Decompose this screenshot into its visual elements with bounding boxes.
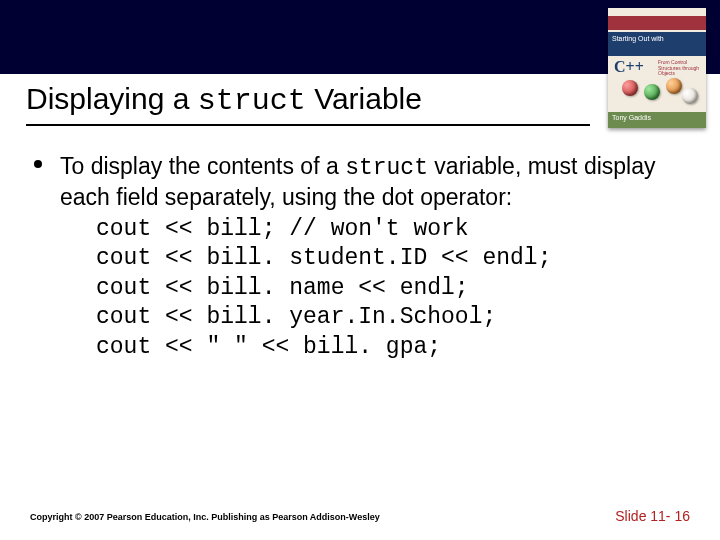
- slide-body: To display the contents of a struct vari…: [34, 152, 686, 362]
- book-series-title: Starting Out with: [608, 32, 706, 56]
- para-code-keyword: struct: [345, 155, 428, 181]
- book-cover-thumbnail: Starting Out with C++ From Control Struc…: [608, 8, 706, 128]
- code-line: cout << bill. name << endl;: [96, 274, 686, 303]
- billiard-ball-icon: [644, 84, 660, 100]
- code-line: cout << bill. year.In.School;: [96, 303, 686, 332]
- billiard-ball-icon: [622, 80, 638, 96]
- billiard-ball-icon: [666, 78, 682, 94]
- bullet-icon: [34, 160, 42, 168]
- book-language-label: C++: [614, 58, 644, 76]
- title-code-keyword: struct: [198, 84, 306, 118]
- title-text-post: Variable: [306, 82, 422, 115]
- book-cover-art: [608, 78, 706, 108]
- title-text-pre: Displaying a: [26, 82, 198, 115]
- slide-number: Slide 11- 16: [615, 508, 690, 524]
- bullet-paragraph: To display the contents of a struct vari…: [60, 152, 686, 213]
- code-line: cout << bill. student.ID << endl;: [96, 244, 686, 273]
- copyright-notice: Copyright © 2007 Pearson Education, Inc.…: [30, 512, 380, 522]
- title-underline: [26, 124, 590, 126]
- book-accent-stripe: [608, 16, 706, 30]
- code-line: cout << bill; // won't work: [96, 215, 686, 244]
- slide-title: Displaying a struct Variable: [26, 82, 422, 118]
- billiard-ball-icon: [682, 88, 698, 104]
- book-subtitle: From Control Structures through Objects: [658, 60, 702, 77]
- para-text-a: To display the contents of a: [60, 153, 345, 179]
- book-author: Tony Gaddis: [608, 112, 706, 128]
- code-example: cout << bill; // won't workcout << bill.…: [96, 215, 686, 362]
- code-line: cout << " " << bill. gpa;: [96, 333, 686, 362]
